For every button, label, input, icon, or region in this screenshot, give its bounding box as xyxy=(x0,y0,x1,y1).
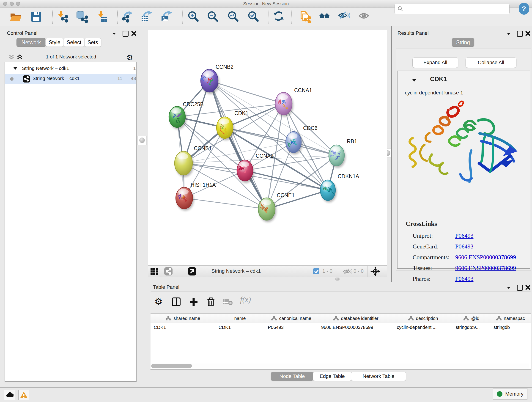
table-gear-icon[interactable]: ⚙ xyxy=(154,296,163,307)
table-cell[interactable]: stringdb xyxy=(490,323,531,332)
column-header-name[interactable]: name xyxy=(215,314,265,323)
graph-node-CDKN1A[interactable]: CDKN1A xyxy=(320,173,359,201)
export-network-icon[interactable] xyxy=(120,9,135,24)
selected-checkbox-icon[interactable] xyxy=(313,268,319,275)
table-panel-close-icon[interactable] xyxy=(525,285,531,291)
table-cell[interactable]: stringdb:9... xyxy=(452,323,490,332)
tree-expander-icon[interactable] xyxy=(13,67,17,71)
crosslink-value-link[interactable]: P06493 xyxy=(455,243,473,250)
tab-sets[interactable]: Sets xyxy=(84,38,101,47)
results-panel-close-icon[interactable] xyxy=(525,31,531,37)
tab-style[interactable]: Style xyxy=(45,38,64,47)
save-session-icon[interactable] xyxy=(29,9,44,24)
table-cell[interactable]: cyclin-dependent ... xyxy=(394,323,452,332)
crosslink-label: Tissues: xyxy=(413,265,432,272)
table-panel-menu-icon[interactable] xyxy=(506,286,511,290)
birds-eye-crosshair-icon[interactable] xyxy=(370,267,380,277)
control-panel-float-icon[interactable] xyxy=(123,31,128,37)
table-panel-float-icon[interactable] xyxy=(517,285,523,291)
column-header-database-identifier[interactable]: database identifier xyxy=(318,314,394,323)
table-panel-title: Table Panel xyxy=(153,284,179,290)
open-in-window-icon[interactable] xyxy=(188,267,196,276)
grid-view-icon[interactable] xyxy=(151,268,158,276)
cloud-status-button[interactable] xyxy=(4,390,15,400)
duplicate-network-icon[interactable] xyxy=(298,9,312,24)
collapse-all-tree-icon[interactable] xyxy=(8,54,15,61)
network-label: String Network – cdk1 xyxy=(32,76,80,81)
horizontal-splitter-handle[interactable] xyxy=(335,278,340,281)
show-all-icon[interactable] xyxy=(357,9,372,24)
open-session-icon[interactable] xyxy=(8,9,23,24)
column-header-canonical-name[interactable]: canonical name xyxy=(265,314,318,323)
table-cell[interactable]: CDK1 xyxy=(151,323,215,332)
hide-selected-icon[interactable] xyxy=(337,9,352,24)
tab-node-table[interactable]: Node Table xyxy=(271,372,313,381)
network-collection-row[interactable]: String Network – cdk1 1 xyxy=(5,64,136,74)
crosslink-value-link[interactable]: 9606.ENSP00000378699 xyxy=(455,265,516,272)
left-splitter-collapse-handle[interactable] xyxy=(138,136,147,145)
refresh-icon[interactable] xyxy=(272,9,286,24)
import-database-icon[interactable] xyxy=(75,9,89,24)
gene-collapse-icon[interactable] xyxy=(412,78,417,83)
tab-select[interactable]: Select xyxy=(63,38,85,47)
expand-up-tree-icon[interactable] xyxy=(17,54,23,61)
import-table-icon[interactable] xyxy=(95,9,110,24)
tab-network[interactable]: Network xyxy=(17,38,46,47)
tab-network-table[interactable]: Network Table xyxy=(351,372,406,381)
table-delete-row-icon[interactable] xyxy=(207,297,215,307)
table-add-icon[interactable] xyxy=(189,298,198,307)
crosslink-value-link[interactable]: P06493 xyxy=(455,232,473,239)
import-network-icon[interactable] xyxy=(55,9,70,24)
table-cell[interactable]: 9606.ENSP00000378699 xyxy=(318,323,394,332)
table-columns-icon[interactable] xyxy=(172,298,181,307)
network-selection-status: 1 of 1 Network selected xyxy=(27,54,114,60)
zoom-out-icon[interactable] xyxy=(205,9,220,24)
table-cell[interactable]: CDK1 xyxy=(215,323,265,332)
node-label: CCNA1 xyxy=(294,87,312,93)
graph-node-CCNA1[interactable]: CCNA1 xyxy=(275,87,312,115)
search-input[interactable] xyxy=(394,4,510,14)
memory-button[interactable]: Memory xyxy=(493,388,527,400)
zoom-selected-icon[interactable] xyxy=(246,9,260,24)
tab-string[interactable]: String xyxy=(452,38,474,47)
results-splitter-divider[interactable] xyxy=(391,26,392,282)
export-image-icon[interactable] xyxy=(159,9,174,24)
graph-node-RB1[interactable]: RB1 xyxy=(329,138,357,166)
houses-icon[interactable] xyxy=(317,9,332,24)
toolbar-separator xyxy=(268,10,269,24)
tab-edge-table[interactable]: Edge Table xyxy=(313,372,351,381)
column-header-namespac[interactable]: namespac xyxy=(490,314,531,323)
results-panel-float-icon[interactable] xyxy=(517,31,523,37)
network-row-selected[interactable]: String Network – cdk1 11 48 xyxy=(5,74,136,84)
hidden-eye-slash-icon[interactable] xyxy=(343,268,352,275)
results-panel-menu-icon[interactable] xyxy=(506,32,511,36)
crosslink-value-link[interactable]: P06493 xyxy=(455,275,473,282)
control-panel-close-icon[interactable] xyxy=(131,31,137,37)
network-canvas[interactable]: CCNB2CCNA1CDC25BCDK1CDC6RB1CCNB1CCNA2CDK… xyxy=(148,30,387,265)
network-share-view-icon[interactable] xyxy=(164,267,172,276)
network-view-toolbar: String Network – cdk1 1 - 0 0 - 0 xyxy=(148,265,387,277)
crosslink-value-link[interactable]: 9606.ENSP00000378699 xyxy=(455,254,516,261)
zoom-in-icon[interactable] xyxy=(186,9,201,24)
column-header-description[interactable]: description xyxy=(394,314,453,323)
table-horizontal-scrollbar[interactable] xyxy=(151,364,529,369)
help-button[interactable]: ? xyxy=(519,3,529,15)
expand-all-button[interactable]: Expand All xyxy=(412,57,458,68)
gene-symbol: CDK1 xyxy=(430,76,447,83)
column-header-shared-name[interactable]: shared name xyxy=(151,314,215,323)
warning-status-button[interactable] xyxy=(18,390,29,400)
gene-description: cyclin-dependent kinase 1 xyxy=(405,90,463,96)
scrollbar-thumb[interactable] xyxy=(151,364,192,368)
crosslink-label: GeneCard: xyxy=(413,243,438,250)
node-label: CCNE1 xyxy=(277,192,295,198)
crosslink-label: Uniprot: xyxy=(413,232,433,239)
control-panel-menu-icon[interactable] xyxy=(112,32,116,36)
column-header-@id[interactable]: @id xyxy=(452,314,491,323)
zoom-fit-icon[interactable] xyxy=(226,9,240,24)
graph-node-HIST1H1A[interactable]: HIST1H1A xyxy=(176,182,216,209)
network-options-gear-icon[interactable]: ⚙ xyxy=(127,53,133,62)
network-node-count: 11 xyxy=(112,76,122,81)
collapse-all-button[interactable]: Collapse All xyxy=(466,57,516,68)
export-table-icon[interactable] xyxy=(139,9,154,24)
table-cell[interactable]: P06493 xyxy=(265,323,318,332)
